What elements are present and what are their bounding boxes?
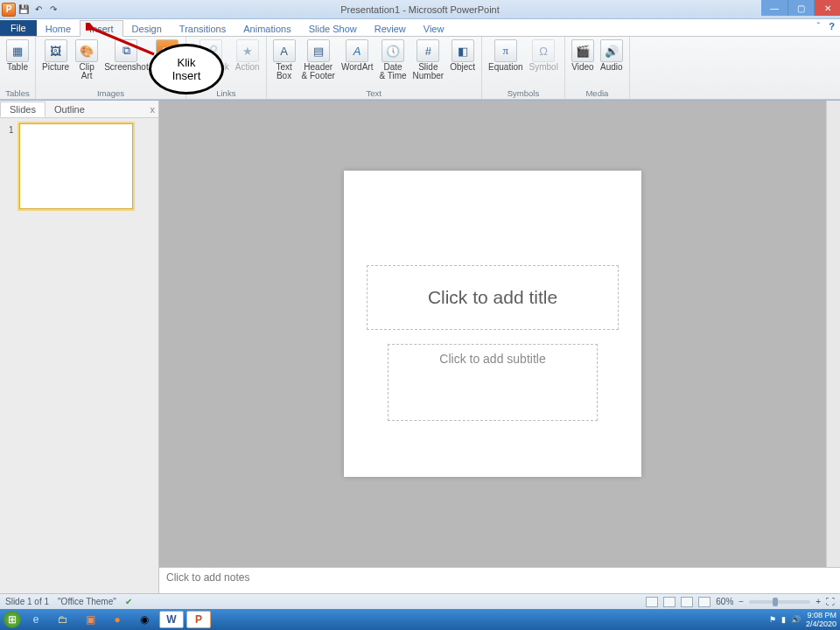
video-icon: 🎬 <box>571 39 594 62</box>
title-bar: P 💾 ↶ ↷ Presentation1 - Microsoft PowerP… <box>0 0 840 19</box>
fit-window-icon[interactable]: ⛶ <box>826 597 835 606</box>
action-icon: ★ <box>236 39 259 62</box>
redo-icon[interactable]: ↷ <box>46 3 60 17</box>
headerfooter-button[interactable]: ▤Header & Footer <box>299 38 338 81</box>
panel-close-icon[interactable]: x <box>150 104 156 115</box>
normal-view-button[interactable] <box>646 597 658 607</box>
group-media: 🎬Video 🔊Audio Media <box>565 37 630 99</box>
slides-panel: Slides Outline x 1 <box>0 101 159 593</box>
equation-button[interactable]: πEquation <box>486 38 525 73</box>
tray-flag-icon[interactable]: ⚑ <box>769 615 776 624</box>
taskbar-explorer-icon[interactable]: 🗀 <box>51 611 75 628</box>
undo-icon[interactable]: ↶ <box>32 3 46 17</box>
tab-review[interactable]: Review <box>366 21 415 36</box>
group-symbols: πEquation ΩSymbol Symbols <box>482 37 565 99</box>
action-button: ★Action <box>233 38 262 73</box>
taskbar: ⊞ e 🗀 ▣ ● ◉ W P ⚑ ▮ 🔊 9:08 PM2/4/2020 <box>0 609 840 630</box>
slide-stage[interactable]: Click to add title Click to add subtitle <box>159 101 826 567</box>
group-label-images: Images <box>39 88 182 98</box>
slidenumber-button[interactable]: #Slide Number <box>410 38 447 81</box>
group-text: AText Box ▤Header & Footer AWordArt 🕔Dat… <box>267 37 482 99</box>
taskbar-firefox-icon[interactable]: ● <box>105 611 130 628</box>
workarea: Slides Outline x 1 Click to add title Cl… <box>0 100 840 593</box>
taskbar-ie-icon[interactable]: e <box>24 611 48 628</box>
thumbnail-number: 1 <box>9 125 14 135</box>
svg-line-0 <box>91 28 154 54</box>
panel-tab-outline[interactable]: Outline <box>46 102 94 116</box>
slidenumber-icon: # <box>416 39 439 62</box>
ribbon-right: ˆ ? <box>817 21 835 32</box>
table-button[interactable]: ▦Table <box>4 38 32 73</box>
slide[interactable]: Click to add title Click to add subtitle <box>344 171 641 477</box>
picture-icon: 🖼 <box>45 39 67 62</box>
vertical-scrollbar[interactable] <box>826 101 840 567</box>
table-icon: ▦ <box>6 39 29 62</box>
taskbar-powerpoint-icon[interactable]: P <box>186 611 211 628</box>
group-label-text: Text <box>270 88 478 98</box>
app-icon[interactable]: P <box>2 3 16 17</box>
group-tables: ▦Table Tables <box>0 37 36 99</box>
status-bar: Slide 1 of 1 "Office Theme" ✔ 60% − + ⛶ <box>0 593 840 609</box>
tray-clock[interactable]: 9:08 PM2/4/2020 <box>806 611 836 628</box>
group-label-tables: Tables <box>4 88 32 98</box>
reading-view-button[interactable] <box>681 597 693 607</box>
start-button[interactable]: ⊞ <box>4 611 21 628</box>
system-tray: ⚑ ▮ 🔊 9:08 PM2/4/2020 <box>769 611 836 628</box>
audio-icon: 🔊 <box>600 39 623 62</box>
spellcheck-icon[interactable]: ✔ <box>125 597 132 606</box>
zoom-slider[interactable] <box>749 600 810 604</box>
object-icon: ◧ <box>452 39 474 62</box>
maximize-button[interactable]: ▢ <box>788 0 814 16</box>
textbox-icon: A <box>273 39 296 62</box>
panel-tabs: Slides Outline x <box>0 101 158 118</box>
taskbar-chrome-icon[interactable]: ◉ <box>132 611 157 628</box>
save-icon[interactable]: 💾 <box>17 3 31 17</box>
symbol-icon: Ω <box>532 39 555 62</box>
tab-home[interactable]: Home <box>37 21 80 36</box>
minimize-button[interactable]: — <box>761 0 788 16</box>
tray-network-icon[interactable]: ▮ <box>781 615 786 624</box>
annotation-arrow <box>86 23 159 60</box>
datetime-button[interactable]: 🕔Date & Time <box>376 38 409 81</box>
equation-icon: π <box>494 39 517 62</box>
slide-thumbnail[interactable] <box>19 123 133 209</box>
zoom-in-icon[interactable]: + <box>816 597 821 606</box>
datetime-icon: 🕔 <box>382 39 404 62</box>
tab-transitions[interactable]: Transitions <box>171 21 234 36</box>
video-button[interactable]: 🎬Video <box>569 38 597 73</box>
tab-view[interactable]: View <box>415 21 453 36</box>
tab-animations[interactable]: Animations <box>234 21 299 36</box>
taskbar-app-icon[interactable]: ▣ <box>78 611 102 628</box>
group-label-symbols: Symbols <box>486 88 561 98</box>
status-theme: "Office Theme" <box>58 597 116 606</box>
quick-access-toolbar: P 💾 ↶ ↷ <box>0 3 60 17</box>
slideshow-view-button[interactable] <box>698 597 710 607</box>
close-button[interactable]: ✕ <box>814 0 840 16</box>
window-title: Presentation1 - Microsoft PowerPoint <box>0 4 840 15</box>
panel-tab-slides[interactable]: Slides <box>0 102 46 117</box>
audio-button[interactable]: 🔊Audio <box>598 38 626 73</box>
object-button[interactable]: ◧Object <box>447 38 478 81</box>
taskbar-word-icon[interactable]: W <box>159 611 184 628</box>
wordart-icon: A <box>346 39 368 62</box>
tab-file[interactable]: File <box>0 20 37 36</box>
wordart-button[interactable]: AWordArt <box>339 38 376 81</box>
help-icon[interactable]: ? <box>829 21 835 32</box>
sorter-view-button[interactable] <box>663 597 676 607</box>
headerfooter-icon: ▤ <box>307 39 330 62</box>
title-placeholder[interactable]: Click to add title <box>367 265 619 330</box>
tab-slideshow[interactable]: Slide Show <box>300 21 366 36</box>
picture-button[interactable]: 🖼Picture <box>39 38 72 81</box>
zoom-out-icon[interactable]: − <box>738 597 744 606</box>
minimize-ribbon-icon[interactable]: ˆ <box>817 21 821 32</box>
textbox-button[interactable]: AText Box <box>270 38 298 81</box>
annotation-callout: Klik Insert <box>149 44 224 94</box>
tray-volume-icon[interactable]: 🔊 <box>791 615 801 624</box>
editor-canvas: Click to add title Click to add subtitle… <box>159 101 840 593</box>
subtitle-placeholder[interactable]: Click to add subtitle <box>388 344 598 421</box>
status-slide: Slide 1 of 1 <box>5 597 49 606</box>
group-label-media: Media <box>569 88 626 98</box>
thumbnail-list: 1 <box>0 118 158 214</box>
zoom-label: 60% <box>716 597 733 606</box>
notes-pane[interactable]: Click to add notes <box>159 567 840 593</box>
